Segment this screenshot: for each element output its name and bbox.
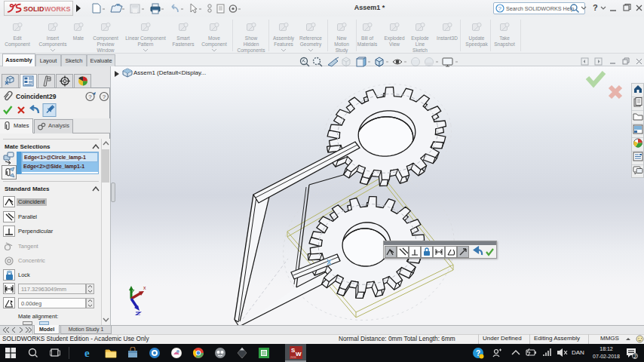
svg-text:x: x <box>143 285 146 290</box>
svg-text:2016: 2016 <box>290 356 296 359</box>
svg-text:?: ? <box>103 94 106 100</box>
svg-text:?: ? <box>88 94 92 100</box>
svg-text:e: e <box>84 347 90 359</box>
svg-text:W: W <box>296 351 302 357</box>
svg-text:2: 2 <box>634 354 637 359</box>
